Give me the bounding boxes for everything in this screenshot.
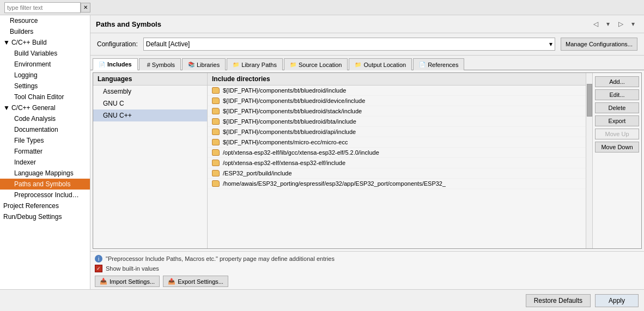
tab-references[interactable]: 📄References [413,58,464,70]
nav-back-dropdown-icon[interactable]: ▾ [603,19,613,29]
sidebar-item-build-variables[interactable]: Build Variables [0,48,90,59]
scrollbar[interactable] [586,73,592,248]
include-item[interactable]: ${IDF_PATH}/components/bt/bluedroid/devi… [208,96,592,106]
tab-icon-source-location: 📁 [290,62,296,68]
tab-icon-library-paths: 📁 [233,62,239,68]
sidebar-item-language-mappings[interactable]: Language Mappings [0,168,90,179]
folder-icon [212,170,220,176]
import-export-row: 📥 Import Settings... 📤 Export Settings..… [95,276,640,287]
folder-icon [212,108,220,114]
content-area: Paths and Symbols ◁ ▾ ▷ ▾ Configuration:… [90,15,644,289]
add-button[interactable]: Add... [595,76,639,87]
tab-icon-libraries: 📚 [188,62,195,68]
include-item[interactable]: ${IDF_PATH}/components/bt/bluedroid/api/… [208,127,592,137]
language-item-gnu-cpp[interactable]: GNU C++ [93,109,207,121]
include-item[interactable]: ${IDF_PATH}/components/bt/bluedroid/incl… [208,86,592,96]
include-path: ${IDF_PATH}/components/bt/bluedroid/bta/… [223,118,356,125]
move-up-button[interactable]: Move Up [595,129,639,139]
folder-icon [212,160,220,166]
nav-back-icon[interactable]: ◁ [590,19,601,29]
restore-defaults-button[interactable]: Restore Defaults [526,294,591,307]
header-icons: ◁ ▾ ▷ ▾ [590,19,639,29]
config-select[interactable]: Default [Active] ▾ [143,38,555,51]
move-down-button[interactable]: Move Down [595,142,639,153]
filter-input[interactable] [4,2,81,13]
sidebar-item-cc-build[interactable]: ▼ C/C++ Build [0,37,90,48]
sidebar-item-formatter[interactable]: Formatter [0,146,90,157]
include-path: ${IDF_PATH}/components/bt/bluedroid/incl… [223,87,346,94]
main-layout: ResourceBuilders▼ C/C++ BuildBuild Varia… [0,15,644,289]
tab-label-library-paths: Library Paths [241,62,277,68]
tab-libraries[interactable]: 📚Libraries [182,58,226,70]
folder-icon [212,139,220,145]
delete-button[interactable]: Delete [595,102,639,113]
config-value: Default [Active] [146,40,190,48]
manage-configurations-button[interactable]: Manage Configurations... [561,38,637,51]
import-icon: 📥 [100,278,107,285]
include-item[interactable]: ${IDF_PATH}/components/micro-ecc/micro-e… [208,137,592,148]
apply-button[interactable]: Apply [595,294,639,307]
language-item-gnu-c[interactable]: GNU C [93,97,207,109]
tab-includes[interactable]: 📄Includes [93,58,138,70]
sidebar-item-documentation[interactable]: Documentation [0,124,90,135]
tab-symbols[interactable]: # Symbols [139,58,181,70]
sidebar: ResourceBuilders▼ C/C++ BuildBuild Varia… [0,15,90,289]
info-icon: i [95,255,102,263]
include-path: /opt/xtensa-esp32-elf/xtensa-esp32-elf/i… [223,160,345,166]
include-item[interactable]: ${IDF_PATH}/components/bt/bluedroid/bta/… [208,117,592,127]
sidebar-item-code-analysis[interactable]: Code Analysis [0,113,90,124]
page-title: Paths and Symbols [96,20,161,28]
include-path: ${IDF_PATH}/components/bt/bluedroid/stac… [223,108,362,114]
import-settings-button[interactable]: 📥 Import Settings... [95,276,160,287]
sidebar-item-indexer[interactable]: Indexer [0,157,90,168]
tab-output-location[interactable]: 📁Output Location [349,58,412,70]
include-item[interactable]: /home/awais/ESP32_porting/espressif/esp3… [208,179,592,189]
include-item[interactable]: /opt/xtensa-esp32-elf/lib/gcc/xtensa-esp… [208,148,592,158]
nav-forward-icon[interactable]: ▷ [615,19,626,29]
sidebar-item-tool-chain-editor[interactable]: Tool Chain Editor [0,92,90,102]
filter-clear-button[interactable]: ✕ [81,3,90,13]
include-item[interactable]: /opt/xtensa-esp32-elf/xtensa-esp32-elf/i… [208,158,592,168]
sidebar-item-logging[interactable]: Logging [0,70,90,81]
include-path: ${IDF_PATH}/components/bt/bluedroid/devi… [223,97,365,104]
tabs-row: 📄Includes# Symbols📚Libraries📁Library Pat… [90,56,644,70]
sidebar-item-rundebug-settings[interactable]: Run/Debug Settings [0,211,90,222]
export-settings-button[interactable]: 📤 Export Settings... [163,276,228,287]
show-builtin-checkbox[interactable]: ✓ [95,265,102,272]
sidebar-item-preprocessor-includ[interactable]: Preprocessor Includ… [0,190,90,200]
info-text: "Preprocessor Include Paths, Macros etc.… [106,255,335,262]
sidebar-item-file-types[interactable]: File Types [0,135,90,146]
folder-icon [212,97,220,104]
include-path: /opt/xtensa-esp32-elf/lib/gcc/xtensa-esp… [223,149,379,156]
folder-icon [212,149,220,156]
content-wrapper: 📄Includes# Symbols📚Libraries📁Library Pat… [90,56,644,289]
folder-icon [212,129,220,135]
include-item[interactable]: /ESP32_port/build/include [208,168,592,179]
config-row: Configuration: Default [Active] ▾ Manage… [90,33,644,56]
include-item[interactable]: ${IDF_PATH}/components/bt/bluedroid/stac… [208,106,592,117]
includes-pane: Include directories ${IDF_PATH}/componen… [208,73,592,248]
include-path: ${IDF_PATH}/components/bt/bluedroid/api/… [223,129,356,135]
scrollbar-thumb[interactable] [587,84,592,117]
tab-source-location[interactable]: 📁Source Location [284,58,348,70]
tab-label-output-location: Output Location [363,62,406,68]
folder-icon [212,87,220,94]
sidebar-item-resource[interactable]: Resource [0,15,90,26]
folder-icon [212,180,220,187]
sidebar-item-paths-and-symbols[interactable]: Paths and Symbols [0,179,90,190]
config-label: Configuration: [97,40,138,48]
edit-button[interactable]: Edit... [595,89,639,100]
sidebar-item-cc-general[interactable]: ▼ C/C++ General [0,102,90,113]
sidebar-item-environment[interactable]: Environment [0,59,90,70]
sidebar-item-project-references[interactable]: Project References [0,200,90,211]
nav-forward-dropdown-icon[interactable]: ▾ [628,19,639,29]
language-item-assembly[interactable]: Assembly [93,86,207,97]
config-dropdown-icon: ▾ [549,40,552,48]
tab-label-source-location: Source Location [299,62,342,68]
sidebar-item-builders[interactable]: Builders [0,26,90,37]
export-button[interactable]: Export [595,115,639,126]
sidebar-item-settings[interactable]: Settings [0,81,90,92]
tab-library-paths[interactable]: 📁Library Paths [227,58,283,70]
tab-label-symbols: # Symbols [147,62,175,68]
tab-icon-output-location: 📁 [355,62,361,68]
